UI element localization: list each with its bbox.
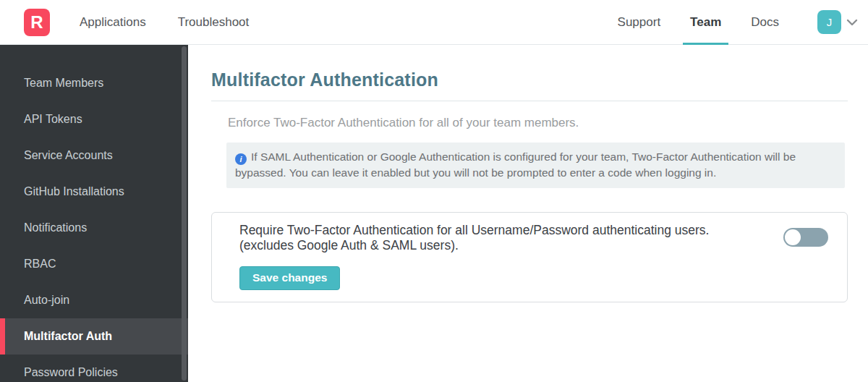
save-changes-button[interactable]: Save changes bbox=[239, 266, 340, 290]
logo-letter: R bbox=[30, 12, 43, 33]
sidebar-item-notifications[interactable]: Notifications bbox=[0, 210, 188, 246]
sidebar-scrollbar[interactable] bbox=[182, 46, 187, 381]
two-factor-setting-card: Require Two-Factor Authentication for al… bbox=[211, 212, 848, 302]
sidebar-item-password-policies[interactable]: Password Policies bbox=[0, 355, 188, 382]
nav-item-support[interactable]: Support bbox=[618, 0, 661, 45]
info-banner-text: If SAML Authentication or Google Authent… bbox=[235, 150, 796, 179]
sidebar-item-github-installations[interactable]: GitHub Installations bbox=[0, 174, 188, 210]
setting-label-line2: (excludes Google Auth & SAML users). bbox=[239, 238, 762, 253]
sidebar-item-api-tokens[interactable]: API Tokens bbox=[0, 101, 188, 137]
nav-item-applications[interactable]: Applications bbox=[80, 0, 146, 45]
setting-label-line1: Require Two-Factor Authentication for al… bbox=[239, 223, 762, 238]
setting-text: Require Two-Factor Authentication for al… bbox=[239, 223, 783, 290]
nav-item-docs[interactable]: Docs bbox=[751, 0, 779, 45]
nav-item-team[interactable]: Team bbox=[690, 0, 721, 45]
user-menu[interactable]: J bbox=[817, 10, 858, 34]
sidebar-item-auto-join[interactable]: Auto-join bbox=[0, 282, 188, 318]
sidebar-item-multifactor-auth[interactable]: Multifactor Auth bbox=[0, 318, 188, 355]
page-description: Enforce Two-Factor Authentication for al… bbox=[228, 116, 848, 130]
avatar[interactable]: J bbox=[817, 10, 841, 34]
sidebar-item-service-accounts[interactable]: Service Accounts bbox=[0, 137, 188, 174]
page-body: Team Members API Tokens Service Accounts… bbox=[0, 45, 868, 382]
avatar-initial: J bbox=[827, 16, 833, 28]
toggle-knob[interactable] bbox=[785, 229, 801, 245]
main-content: Multifactor Authentication Enforce Two-F… bbox=[188, 45, 868, 382]
info-banner: iIf SAML Authentication or Google Authen… bbox=[226, 143, 845, 188]
top-navbar: R Applications Troubleshoot Support Team… bbox=[0, 0, 868, 45]
info-icon: i bbox=[235, 153, 247, 165]
primary-nav: Applications Troubleshoot bbox=[80, 0, 249, 45]
page-title: Multifactor Authentication bbox=[211, 69, 848, 90]
sidebar-item-rbac[interactable]: RBAC bbox=[0, 246, 188, 282]
two-factor-toggle[interactable] bbox=[783, 228, 828, 247]
title-divider bbox=[211, 101, 848, 101]
rollbar-logo[interactable]: R bbox=[24, 9, 50, 36]
chevron-down-icon[interactable] bbox=[846, 19, 858, 26]
nav-item-troubleshoot[interactable]: Troubleshoot bbox=[178, 0, 250, 45]
settings-sidebar: Team Members API Tokens Service Accounts… bbox=[0, 45, 188, 382]
sidebar-item-team-members[interactable]: Team Members bbox=[0, 65, 188, 101]
secondary-nav: Support Team Docs J bbox=[618, 0, 858, 45]
